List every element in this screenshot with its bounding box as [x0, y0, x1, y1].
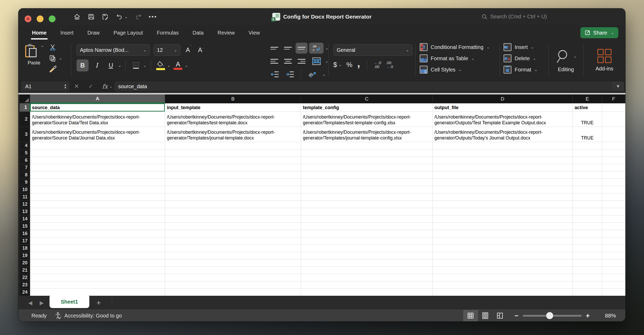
cell-C13[interactable] — [301, 208, 433, 215]
tab-home[interactable]: Home — [31, 28, 47, 37]
normal-view-button[interactable] — [463, 310, 478, 322]
cell-F15[interactable] — [602, 223, 625, 230]
tab-draw[interactable]: Draw — [87, 28, 100, 37]
cell-E5[interactable] — [573, 149, 602, 157]
cell-F21[interactable] — [602, 267, 625, 274]
borders-button[interactable] — [130, 59, 142, 71]
tab-view[interactable]: View — [248, 28, 260, 37]
row-header-18[interactable]: 18 — [20, 245, 30, 252]
cell-A17[interactable] — [30, 237, 165, 245]
zoom-slider[interactable] — [523, 315, 582, 317]
undo-dropdown-chevron[interactable]: ⌄ — [124, 14, 128, 19]
cell-A5[interactable] — [30, 149, 165, 157]
cell-F11[interactable] — [602, 193, 625, 201]
cell-B7[interactable] — [165, 164, 301, 171]
sheet-tab-sheet1[interactable]: Sheet1 — [50, 296, 89, 308]
align-middle-button[interactable] — [282, 43, 294, 54]
merge-center-button[interactable] — [309, 56, 324, 67]
cell-A7[interactable] — [30, 164, 165, 171]
increase-decimal-button[interactable]: ←.0.00 — [374, 61, 381, 69]
name-box[interactable]: A1 ▲▼ — [21, 81, 69, 91]
cell-B9[interactable] — [165, 179, 301, 186]
cell-E24[interactable] — [573, 289, 602, 296]
cell-B14[interactable] — [165, 215, 301, 223]
cell-E19[interactable] — [573, 252, 602, 259]
prev-sheet-icon[interactable]: ◀ — [28, 300, 32, 306]
cell-D15[interactable] — [433, 223, 573, 230]
text-orientation-button[interactable]: ab — [305, 69, 321, 80]
cell-F12[interactable] — [602, 201, 625, 208]
formula-input[interactable]: source_data — [114, 81, 612, 91]
cell-B11[interactable] — [165, 193, 301, 201]
comma-format-button[interactable]: , — [357, 60, 360, 66]
text-orientation-chevron-icon[interactable]: ⌄ — [323, 72, 326, 76]
row-header-5[interactable]: 5 — [20, 149, 30, 157]
zoom-slider-knob[interactable] — [546, 312, 553, 319]
row-header-6[interactable]: 6 — [20, 157, 30, 164]
cell-E1[interactable]: active — [573, 103, 602, 112]
cell-D14[interactable] — [433, 215, 573, 223]
cell-F17[interactable] — [602, 237, 625, 245]
cell-D20[interactable] — [433, 259, 573, 267]
cell-A1[interactable]: source_data — [30, 103, 165, 112]
fill-handle[interactable] — [163, 110, 165, 112]
number-format-select[interactable]: General ⌄ — [333, 44, 412, 56]
cell-A4[interactable] — [30, 142, 165, 149]
bold-button[interactable]: B — [77, 59, 89, 71]
fill-color-chevron-icon[interactable]: ⌄ — [167, 63, 171, 68]
delete-cells-button[interactable]: ✕ Delete ⌄ — [504, 54, 548, 62]
italic-button[interactable]: I — [91, 59, 103, 71]
cell-F6[interactable] — [602, 157, 625, 164]
percent-format-button[interactable]: % — [346, 61, 352, 69]
row-header-20[interactable]: 20 — [20, 259, 30, 267]
cell-A13[interactable] — [30, 208, 165, 215]
cell-C1[interactable]: template_config — [301, 103, 433, 112]
cell-C10[interactable] — [301, 186, 433, 193]
row-header-1[interactable]: 1 — [20, 103, 30, 112]
cell-F1[interactable] — [602, 103, 625, 112]
cell-A22[interactable] — [30, 274, 165, 281]
column-header-B[interactable]: B — [165, 94, 301, 103]
cell-C12[interactable] — [301, 201, 433, 208]
cell-C17[interactable] — [301, 237, 433, 245]
function-chevron-icon[interactable]: ⌄ — [108, 84, 114, 88]
copy-dropdown-chevron[interactable]: ⌄ — [59, 56, 62, 60]
zoom-out-button[interactable]: − — [515, 312, 519, 320]
share-button[interactable]: Share ⌄ — [580, 27, 618, 38]
row-header-4[interactable]: 4 — [20, 142, 30, 149]
cell-A12[interactable] — [30, 201, 165, 208]
font-color-button[interactable]: A — [172, 59, 183, 71]
increase-font-size-button[interactable]: Aˆ — [184, 46, 193, 54]
cell-C11[interactable] — [301, 193, 433, 201]
cell-F2[interactable] — [602, 112, 625, 127]
underline-button[interactable]: U — [105, 59, 117, 71]
cell-B21[interactable] — [165, 267, 301, 274]
cell-D23[interactable] — [433, 281, 573, 289]
cell-F5[interactable] — [602, 149, 625, 157]
cell-A24[interactable] — [30, 289, 165, 296]
cell-B10[interactable] — [165, 186, 301, 193]
cell-D22[interactable] — [433, 274, 573, 281]
tab-data[interactable]: Data — [192, 28, 204, 37]
cell-D19[interactable] — [433, 252, 573, 259]
underline-chevron-icon[interactable]: ⌄ — [118, 63, 121, 68]
cell-E14[interactable] — [573, 215, 602, 223]
accessibility-status[interactable]: Accessibility: Good to go — [54, 312, 122, 319]
row-header-7[interactable]: 7 — [20, 164, 30, 171]
align-top-button[interactable] — [268, 43, 280, 54]
cell-B20[interactable] — [165, 259, 301, 267]
decrease-indent-button[interactable] — [268, 69, 282, 80]
increase-indent-button[interactable] — [283, 69, 297, 80]
cell-styles-button[interactable]: Cell Styles ⌄ — [420, 66, 500, 74]
page-break-view-button[interactable] — [493, 310, 507, 322]
cell-F7[interactable] — [602, 164, 625, 171]
cell-C2[interactable]: /Users/robertkinney/Documents/Projects/d… — [301, 112, 433, 127]
cell-A3[interactable]: /Users/robertkinney/Documents/Projects/d… — [30, 127, 165, 142]
cell-C22[interactable] — [301, 274, 433, 281]
cell-E15[interactable] — [573, 223, 602, 230]
tab-insert[interactable]: Insert — [60, 28, 74, 37]
decrease-decimal-button[interactable]: .00→.0 — [386, 61, 393, 69]
copy-button[interactable]: ⌄ — [49, 54, 62, 62]
cell-C5[interactable] — [301, 149, 433, 157]
cell-F14[interactable] — [602, 215, 625, 223]
